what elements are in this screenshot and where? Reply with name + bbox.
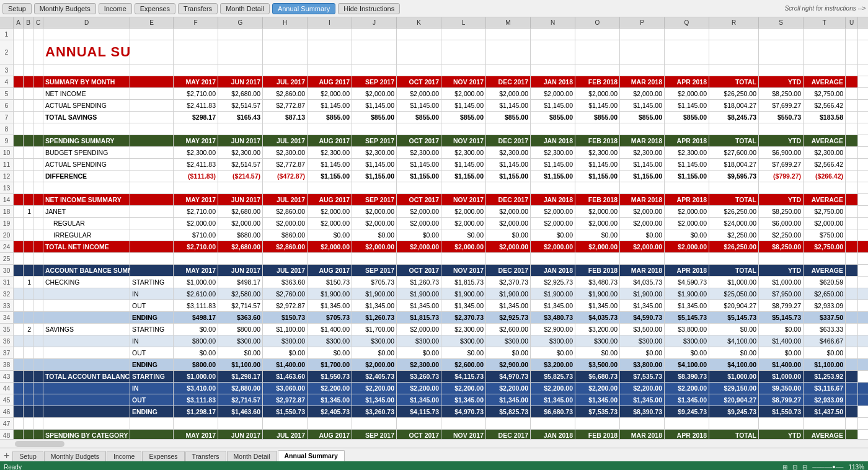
row-25: 25 (0, 253, 868, 265)
row-44: 44 IN $3,410.00$2,880.00$3,060.00 $2,200… (0, 383, 868, 394)
row-10: 10 BUDGET SPENDING $2,300.00$2,300.00$2,… (0, 147, 868, 159)
row-6: 6 ACTUAL SPENDING $2,411.83 $2,514.57 $2… (0, 100, 868, 112)
col-header-q: Q (665, 17, 709, 28)
row-31: 31 1 CHECKING STARTING $1,000.00$498.17$… (0, 277, 868, 288)
row-33: 33 OUT $3,111.83$2,714.57$2,972.87 $1,34… (0, 300, 868, 312)
col-header-i: I (308, 17, 352, 28)
account-balance-label: ACCOUNT BALANCE SUMMARY (43, 265, 130, 276)
col-header-j: J (352, 17, 397, 28)
scroll-hint: Scroll right for instructions --> (785, 5, 866, 12)
month-detail-button[interactable]: Month Detail (220, 3, 270, 14)
row-34: 34 ENDING $498.17$363.60$150.73 $705.73$… (0, 312, 868, 324)
sheet-area: 1 2 ANNUAL SUMMARY 3 4 (0, 29, 868, 439)
status-right-icons: ⊞ ⊡ ⊟ ─────●── 113% (782, 464, 864, 471)
row-35: 35 2 SAVINGS STARTING $0.00$800.00$1,100… (0, 324, 868, 335)
row-7: 7 TOTAL SAVINGS $298.17 $165.43 $87.13 $… (0, 112, 868, 123)
top-button-bar: Setup Monthly Budgets Income Expenses Tr… (0, 0, 868, 17)
row-5: 5 NET INCOME $2,710.00 $2,680.00 $2,860.… (0, 88, 868, 100)
col-header-k: K (397, 17, 441, 28)
setup-button[interactable]: Setup (2, 3, 32, 14)
col-header-f: F (174, 17, 218, 28)
col-header-n: N (531, 17, 575, 28)
col-header-h: H (263, 17, 308, 28)
col-header-l: L (441, 17, 486, 28)
col-header-p: P (620, 17, 665, 28)
row-45: 45 OUT $3,111.83$2,714.57$2,972.87 $1,34… (0, 394, 868, 406)
hide-instructions-button[interactable]: Hide Instructions (338, 3, 400, 14)
row-38: 38 ENDING $800.00$1,100.00$1,400.00 $1,7… (0, 359, 868, 371)
row-12: 12 DIFFERENCE ($111.83) ($214.57) ($472.… (0, 171, 868, 182)
spending-summary-label: SPENDING SUMMARY (43, 135, 130, 146)
row-47: 47 (0, 418, 868, 430)
annual-summary-button[interactable]: Annual Summary (272, 3, 335, 14)
row-13: 13 (0, 182, 868, 194)
row-18: 18 1 JANET $2,710.00$2,680.00$2,860.00 $… (0, 206, 868, 218)
col-header-g: G (218, 17, 263, 28)
grid-view-icon[interactable]: ⊞ (782, 464, 787, 471)
add-sheet-button[interactable]: + (1, 450, 12, 461)
row-46: 46 ENDING $1,298.17$1,463.60$1,550.73 $2… (0, 406, 868, 418)
tab-setup[interactable]: Setup (12, 451, 43, 461)
row-24-total: 24 TOTAL NET INCOME $2,710.00 $2,680.00 … (0, 241, 868, 253)
row-2-title: 2 ANNUAL SUMMARY (0, 40, 868, 64)
column-header-row: A B C D E F G H I J K L M N O P Q R S T … (0, 17, 868, 29)
page-break-icon[interactable]: ⊟ (802, 464, 807, 471)
col-header-a: A (14, 17, 24, 28)
row-1: 1 (0, 29, 868, 40)
col-header-s: S (759, 17, 804, 28)
row-8: 8 (0, 123, 868, 135)
col-header-c: C (33, 17, 43, 28)
status-bar: Ready ⊞ ⊡ ⊟ ─────●── 113% (0, 461, 868, 470)
status-text: Ready (4, 464, 22, 471)
zoom-slider[interactable]: ─────●── (812, 464, 843, 470)
tab-month-detail[interactable]: Month Detail (227, 451, 277, 461)
sheet-tab-bar: + Setup Monthly Budgets Income Expenses … (0, 448, 868, 461)
tab-expenses[interactable]: Expenses (142, 451, 184, 461)
income-button[interactable]: Income (99, 3, 132, 14)
col-header-r: R (709, 17, 759, 28)
zoom-level: 113% (848, 464, 864, 471)
summary-by-month-label: SUMMARY BY MONTH (43, 76, 130, 87)
row-3: 3 (0, 64, 868, 76)
row-11: 11 ACTUAL SPENDING $2,411.83$2,514.57$2,… (0, 159, 868, 171)
col-header-e: E (130, 17, 174, 28)
col-header-m: M (486, 17, 531, 28)
row-43: 43 TOTAL ACCOUNT BALANCES STARTING $1,00… (0, 371, 868, 383)
row-48-category-header: 48 SPENDING BY CATEGORY MAY 2017 JUN 201… (0, 430, 868, 439)
row-36: 36 IN $800.00$300.00$300.00 $300.00$300.… (0, 335, 868, 347)
row-20: 20 IRREGULAR $710.00$680.00$860.00 $0.00… (0, 229, 868, 241)
row-32: 32 IN $2,610.00$2,580.00$2,760.00 $1,900… (0, 288, 868, 300)
net-income-summary-label: NET INCOME SUMMARY (43, 194, 130, 205)
row-30-account-header: 30 ACCOUNT BALANCE SUMMARY MAY 2017 JUN … (0, 265, 868, 277)
col-header-rn (0, 17, 14, 28)
expenses-button[interactable]: Expenses (135, 3, 175, 14)
page-layout-icon[interactable]: ⊡ (792, 464, 797, 471)
row-19: 19 REGULAR $2,000.00$2,000.00$2,000.00 $… (0, 218, 868, 229)
col-header-t: T (804, 17, 846, 28)
col-header-b: B (24, 17, 33, 28)
tab-transfers[interactable]: Transfers (185, 451, 226, 461)
row-37: 37 OUT $0.00$0.00$0.00 $0.00$0.00$0.00 $… (0, 347, 868, 359)
tab-monthly-budgets[interactable]: Monthly Budgets (44, 451, 106, 461)
monthly-budgets-button[interactable]: Monthly Budgets (34, 3, 96, 14)
row-9-spending-header: 9 SPENDING SUMMARY MAY 2017 JUN 2017 JUL… (0, 135, 868, 147)
transfers-button[interactable]: Transfers (178, 3, 218, 14)
col-header-o: O (575, 17, 620, 28)
tab-annual-summary[interactable]: Annual Summary (278, 450, 345, 461)
page-title: ANNUAL SUMMARY (43, 40, 130, 64)
row-4-summary-header: 4 SUMMARY BY MONTH MAY 2017 JUN 2017 JUL… (0, 76, 868, 88)
col-header-d: D (43, 17, 130, 28)
tab-income[interactable]: Income (107, 451, 141, 461)
spending-by-category-label: SPENDING BY CATEGORY (43, 430, 130, 439)
col-header-u: U (846, 17, 858, 28)
row-14-net-income-header: 14 NET INCOME SUMMARY MAY 2017 JUN 2017 … (0, 194, 868, 206)
